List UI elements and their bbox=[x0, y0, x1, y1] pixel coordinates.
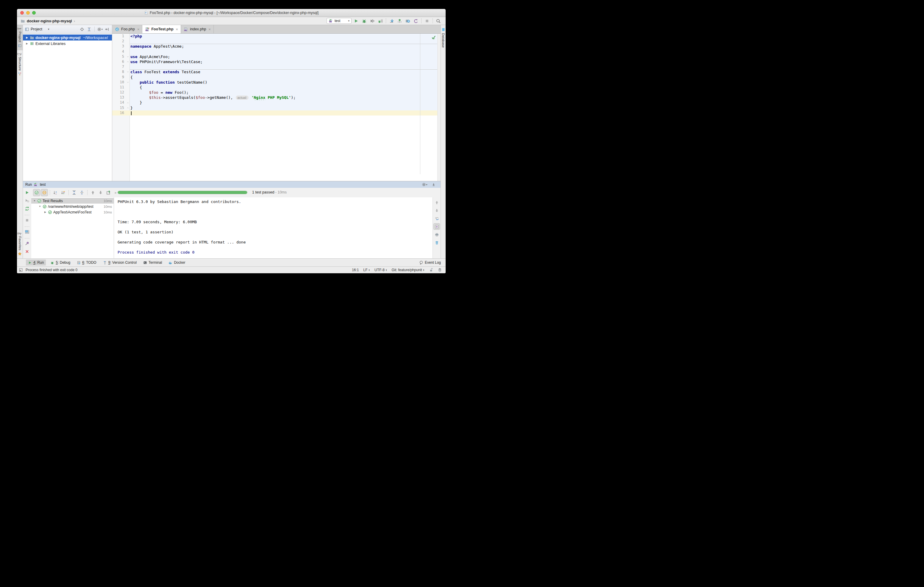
toolwindow-button-terminal[interactable]: Terminal bbox=[141, 260, 164, 265]
collapsed-arrow-icon[interactable]: ▶ bbox=[25, 36, 28, 39]
expand-all-button[interactable] bbox=[71, 189, 78, 196]
git-branch-widget[interactable]: Git: feature/phpunit▲▼ bbox=[391, 268, 424, 272]
settings-button[interactable]: ▾ bbox=[97, 26, 103, 33]
code-editor[interactable]: 1<?php23namespace AppTest\Acme;45use App… bbox=[112, 34, 441, 181]
project-tree-item[interactable]: ▶docker-nginx-php-mysql~/Workspace/ bbox=[23, 35, 112, 41]
print-button[interactable] bbox=[434, 231, 440, 238]
test-tree-item[interactable]: ▶AppTest\Acme\FooTest10ms bbox=[31, 209, 114, 215]
tool-window-toggle-icon[interactable] bbox=[19, 268, 23, 272]
code-line-2[interactable]: 2 bbox=[112, 39, 441, 44]
pin-button[interactable] bbox=[25, 241, 30, 247]
up-gray-button[interactable] bbox=[434, 199, 440, 206]
expanded-arrow-icon[interactable]: ▼ bbox=[33, 200, 36, 202]
scroll-end-button[interactable] bbox=[434, 223, 440, 230]
code-line-9[interactable]: 9{ bbox=[112, 75, 441, 80]
code-line-1[interactable]: 1<?php bbox=[112, 34, 441, 39]
profiler-button[interactable] bbox=[376, 18, 384, 24]
encoding-widget[interactable]: UTF-8▲▼ bbox=[375, 268, 387, 272]
tab-foo-php[interactable]: CFoo.php× bbox=[112, 25, 142, 33]
next-failed-button[interactable] bbox=[97, 189, 104, 196]
show-passed-button[interactable] bbox=[33, 189, 40, 196]
lock-open-icon[interactable] bbox=[429, 268, 433, 272]
code-line-14[interactable]: 14 } bbox=[112, 100, 441, 105]
chevron-down-icon[interactable]: ▾ bbox=[48, 28, 50, 31]
show-ignored-button[interactable] bbox=[41, 189, 48, 196]
collapsed-arrow-icon[interactable]: ▶ bbox=[44, 211, 47, 213]
down-gray-button[interactable] bbox=[434, 207, 440, 214]
clear-button[interactable] bbox=[434, 239, 440, 246]
auto-test-button[interactable] bbox=[25, 206, 30, 212]
import-tests-button[interactable] bbox=[105, 189, 112, 196]
recent-changes-button[interactable] bbox=[404, 18, 411, 24]
code-line-8[interactable]: 8class FooTest extends TestCase bbox=[112, 69, 441, 74]
close-tab-icon[interactable]: × bbox=[137, 27, 140, 31]
close-tab-icon[interactable]: × bbox=[176, 27, 178, 31]
line-ending-widget[interactable]: LF▲▼ bbox=[363, 268, 370, 272]
stripe-button-7-structure[interactable]: 7: Structure bbox=[17, 50, 23, 79]
fold-marker-icon[interactable] bbox=[126, 100, 130, 105]
fold-marker-icon[interactable] bbox=[126, 59, 130, 64]
toolwindow-button-4-run[interactable]: 4: Run bbox=[26, 260, 46, 265]
hide-left-button[interactable] bbox=[104, 26, 110, 33]
prev-failed-button[interactable] bbox=[89, 189, 96, 196]
soft-wrap-button[interactable] bbox=[434, 215, 440, 222]
toolwindow-button-6-todo[interactable]: 6: TODO bbox=[75, 260, 99, 265]
stripe-button-1-project[interactable]: 1: Project bbox=[17, 25, 23, 50]
collapse-all-button[interactable] bbox=[86, 26, 92, 33]
search-button[interactable] bbox=[435, 18, 442, 24]
close-window-button[interactable] bbox=[20, 11, 24, 15]
debug-button[interactable] bbox=[360, 18, 368, 24]
caret-position-widget[interactable]: 16:1 bbox=[352, 268, 359, 272]
code-line-6[interactable]: 6use PHPUnit\Framework\TestCase; bbox=[112, 59, 441, 64]
code-line-12[interactable]: 12 $foo = new Foo(); bbox=[112, 90, 441, 95]
zoom-window-button[interactable] bbox=[32, 11, 36, 15]
editor-scrollbar[interactable] bbox=[437, 34, 441, 181]
restore-layout-button[interactable] bbox=[25, 229, 30, 236]
code-line-11[interactable]: 11 { bbox=[112, 85, 441, 90]
fold-marker-icon[interactable] bbox=[126, 54, 130, 59]
event-log-button[interactable]: Event Log bbox=[419, 261, 441, 265]
rerun-failed-button[interactable]: ! bbox=[25, 198, 30, 204]
expanded-arrow-icon[interactable]: ▼ bbox=[38, 205, 41, 208]
code-line-3[interactable]: 3namespace AppTest\Acme; bbox=[112, 44, 441, 49]
run-configuration-select[interactable]: php test ▾ bbox=[327, 18, 351, 24]
stop-button[interactable] bbox=[423, 18, 431, 24]
code-line-7[interactable]: 7 bbox=[112, 64, 441, 69]
toolwindow-button-docker[interactable]: Docker bbox=[167, 260, 187, 265]
sort-duration-button[interactable] bbox=[59, 189, 67, 196]
test-tree-item[interactable]: ▼Test Results10ms bbox=[31, 198, 114, 204]
code-line-5[interactable]: 5use App\Acme\Foo; bbox=[112, 54, 441, 59]
rerun-button[interactable] bbox=[25, 190, 30, 196]
run-button[interactable] bbox=[353, 18, 360, 24]
rollback-button[interactable] bbox=[412, 18, 419, 24]
hector-inspector-icon[interactable] bbox=[437, 268, 442, 272]
collapsed-arrow-icon[interactable]: ▶ bbox=[25, 42, 28, 45]
code-line-4[interactable]: 4 bbox=[112, 49, 441, 54]
settings-button[interactable]: ▾ bbox=[421, 181, 428, 188]
fold-marker-icon[interactable] bbox=[126, 69, 130, 74]
code-line-16[interactable]: 16 bbox=[112, 110, 441, 115]
update-project-button[interactable] bbox=[388, 18, 395, 24]
minimize-window-button[interactable] bbox=[26, 11, 30, 15]
code-line-10[interactable]: 10 public function testGetName() bbox=[112, 80, 441, 85]
toolwindow-button-9-version-control[interactable]: 9: Version Control bbox=[101, 260, 139, 265]
project-tree-item[interactable]: ▶External Libraries bbox=[23, 41, 112, 46]
stripe-button-database[interactable]: Database bbox=[441, 25, 446, 50]
close-tab-icon[interactable]: × bbox=[208, 27, 211, 31]
collapse-tree-button[interactable] bbox=[78, 189, 86, 196]
close-button[interactable] bbox=[25, 249, 30, 255]
commit-changes-button[interactable] bbox=[396, 18, 403, 24]
sort-alpha-button[interactable]: az bbox=[52, 189, 59, 196]
coverage-button[interactable] bbox=[368, 18, 376, 24]
inspections-ok-icon[interactable] bbox=[431, 35, 436, 40]
tab-footest-php[interactable]: phpFooTest.php× bbox=[142, 25, 181, 33]
fold-marker-icon[interactable] bbox=[126, 106, 130, 110]
code-line-13[interactable]: 13 $this->assertEquals($foo->getName(), … bbox=[112, 95, 441, 100]
toolwindow-button-5-debug[interactable]: 5: Debug bbox=[48, 260, 73, 265]
test-tree-item[interactable]: ▼/var/www/html/web/app/test10ms bbox=[31, 204, 114, 209]
locate-button[interactable] bbox=[79, 26, 85, 33]
breadcrumb[interactable]: docker-nginx-php-mysql › bbox=[21, 19, 75, 23]
code-line-15[interactable]: 15} bbox=[112, 106, 441, 110]
tab-index-php[interactable]: phpindex.php× bbox=[181, 25, 214, 33]
hide-down-button[interactable] bbox=[431, 181, 437, 188]
